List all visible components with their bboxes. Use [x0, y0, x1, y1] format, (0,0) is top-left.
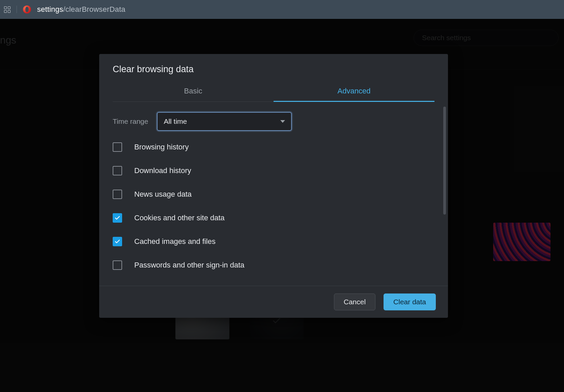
clear-browsing-data-dialog: Clear browsing data Basic Advanced Time …	[99, 54, 448, 318]
dialog-tabs: Basic Advanced	[113, 82, 434, 102]
dialog-body: Time range All time Browsing historyDown…	[99, 102, 448, 286]
option-row[interactable]: News usage data	[113, 190, 434, 199]
checkbox[interactable]	[113, 166, 122, 175]
checkbox[interactable]	[113, 190, 122, 199]
option-row[interactable]: Browsing history	[113, 142, 434, 152]
option-label: Download history	[134, 166, 191, 175]
workspaces-icon[interactable]	[4, 6, 10, 13]
checkbox[interactable]	[113, 260, 122, 270]
checkbox[interactable]	[113, 142, 122, 152]
option-row[interactable]: Cached images and files	[113, 237, 434, 246]
address-bold: settings	[37, 5, 63, 13]
time-range-select[interactable]: All time	[157, 112, 292, 131]
chevron-down-icon	[280, 120, 285, 123]
checkbox[interactable]	[113, 213, 122, 223]
time-range-value: All time	[164, 117, 187, 125]
option-label: News usage data	[134, 190, 192, 199]
modal-overlay: Clear browsing data Basic Advanced Time …	[0, 19, 564, 392]
dialog-header: Clear browsing data Basic Advanced	[99, 54, 448, 102]
opera-logo-icon	[23, 5, 31, 13]
tab-basic[interactable]: Basic	[113, 82, 274, 102]
time-range-row: Time range All time	[113, 112, 434, 131]
option-label: Cached images and files	[134, 237, 216, 246]
dialog-title: Clear browsing data	[113, 64, 434, 75]
option-row[interactable]: Passwords and other sign-in data	[113, 260, 434, 270]
check-icon	[114, 215, 120, 221]
fade-overlay	[99, 272, 444, 286]
dialog-footer: Cancel Clear data	[99, 286, 448, 318]
option-row[interactable]: Download history	[113, 166, 434, 175]
options-list: Browsing historyDownload historyNews usa…	[113, 142, 434, 270]
tab-advanced[interactable]: Advanced	[274, 82, 434, 102]
scrollbar-thumb[interactable]	[443, 107, 446, 215]
check-icon	[114, 239, 120, 245]
option-label: Passwords and other sign-in data	[134, 261, 245, 270]
option-label: Browsing history	[134, 143, 189, 151]
clear-data-button[interactable]: Clear data	[384, 293, 436, 310]
cancel-button[interactable]: Cancel	[334, 293, 375, 310]
address-bar: settings/clearBrowserData	[0, 0, 564, 19]
address-text[interactable]: settings/clearBrowserData	[37, 5, 125, 14]
checkbox[interactable]	[113, 237, 122, 246]
time-range-label: Time range	[113, 117, 148, 125]
address-dim: /clearBrowserData	[63, 5, 125, 13]
option-row[interactable]: Cookies and other site data	[113, 213, 434, 223]
option-label: Cookies and other site data	[134, 214, 225, 222]
divider	[17, 6, 17, 13]
